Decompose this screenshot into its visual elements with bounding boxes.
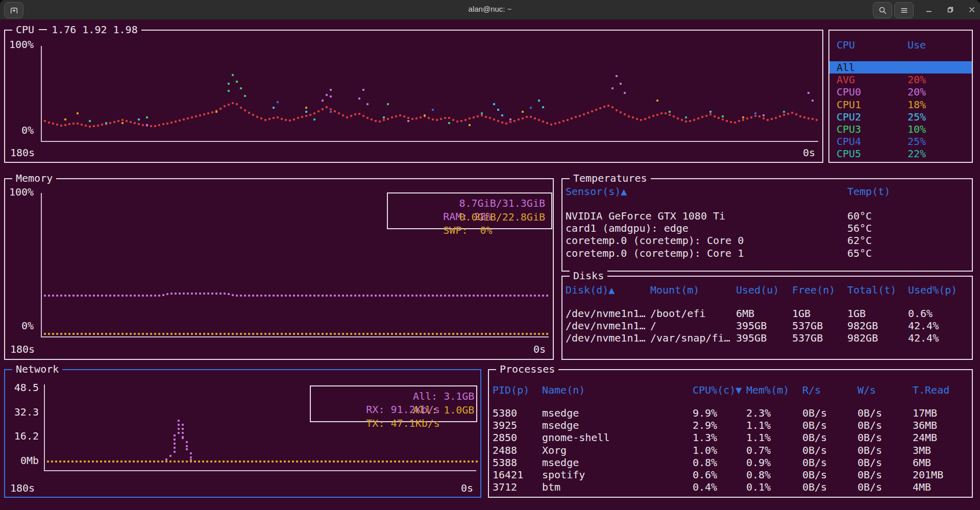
processes-panel: Processes PID(p) Name(n) CPU%(c)▼ Mem%(m…: [488, 369, 973, 498]
disk-mount: /boot/efi: [650, 307, 705, 320]
disks-col-usedpct[interactable]: Used%(p): [908, 284, 957, 296]
process-read-rate: 0B/s: [802, 469, 827, 481]
swap-usage-value: 0.0GiB/22.8GiB: [459, 210, 545, 224]
process-name: btm: [542, 481, 560, 493]
temps-col-sensor[interactable]: Sensor(s)▲: [566, 185, 627, 198]
cpu-panel-title-text: CPU: [16, 23, 34, 36]
process-name: spotify: [542, 469, 585, 481]
process-pid: 5380: [493, 407, 517, 419]
process-pid: 2488: [493, 444, 517, 456]
temps-col-temp[interactable]: Temp(t): [847, 185, 890, 198]
process-row[interactable]: 5380 msedge 9.9% 2.3% 0B/s 0B/s 17MB: [489, 407, 972, 419]
disks-col-mount[interactable]: Mount(m): [650, 284, 699, 296]
process-rows: 5380 msedge 9.9% 2.3% 0B/s 0B/s 17MB 392…: [489, 407, 972, 493]
disk-used-percent: 42.4%: [908, 332, 939, 344]
cpu-legend-col-cpu[interactable]: CPU: [837, 39, 855, 51]
proc-col-cpu[interactable]: CPU%(c)▼: [693, 384, 742, 396]
disks-col-disk[interactable]: Disk(d)▲: [566, 284, 615, 296]
search-icon: [878, 6, 887, 15]
process-pid: 2850: [493, 431, 517, 444]
disk-row[interactable]: /dev/nvme1n1… /boot/efi 6MB 1GB 1GB 0.6%: [562, 307, 972, 320]
network-x-right-label: 0s: [461, 482, 473, 494]
temperatures-panel: Temperatures Sensor(s)▲ Temp(t) NVIDIA G…: [561, 178, 973, 272]
ram-usage-value: 8.7GiB/31.3GiB: [459, 197, 545, 210]
restore-icon: [946, 6, 954, 14]
network-y-label-3: 48.5: [9, 382, 39, 393]
proc-col-pid[interactable]: PID(p): [493, 384, 529, 396]
cpu-legend-row[interactable]: All: [829, 61, 972, 74]
cpu-legend-row-label: AVG: [837, 74, 855, 86]
disks-col-used[interactable]: Used(u): [736, 284, 779, 296]
cpu-legend-row-value: 25%: [908, 135, 926, 148]
process-name: msedge: [542, 407, 579, 419]
disks-col-total[interactable]: Total(t): [847, 284, 896, 296]
process-write-rate: 0B/s: [857, 469, 882, 481]
process-total-read: 36MB: [913, 419, 937, 431]
process-row[interactable]: 2488 Xorg 1.0% 0.7% 0B/s 0B/s 3MB: [489, 444, 972, 456]
cpu-legend-panel: CPU Use All AVG 20% CPU0 20% CPU1 18% CP…: [828, 30, 973, 163]
minimize-button[interactable]: [921, 2, 937, 17]
process-read-rate: 0B/s: [802, 456, 827, 469]
cpu-panel-title: CPU1.76 1.92 1.98: [12, 23, 141, 36]
process-row[interactable]: 5388 msedge 0.8% 0.9% 0B/s 0B/s 6MB: [489, 456, 972, 469]
memory-x-axis: [41, 336, 549, 337]
disk-used: 395GB: [736, 320, 767, 332]
disk-mount: /var/snap/fi…: [650, 332, 730, 344]
cpu-legend-row[interactable]: CPU3 10%: [829, 123, 972, 135]
disk-rows: /dev/nvme1n1… /boot/efi 6MB 1GB 1GB 0.6%…: [562, 307, 972, 345]
sensor-name: coretemp.0 (coretemp): Core 0: [566, 234, 744, 247]
disk-device: /dev/nvme1n1…: [566, 320, 646, 332]
process-mem-percent: 0.1%: [746, 481, 771, 493]
process-row[interactable]: 2850 gnome-shell 1.3% 1.1% 0B/s 0B/s 24M…: [489, 431, 972, 444]
disk-used-percent: 42.4%: [908, 320, 939, 332]
process-pid: 5388: [493, 456, 517, 469]
disk-total: 1GB: [847, 307, 866, 320]
cpu-x-right-label: 0s: [803, 147, 815, 158]
temperature-row[interactable]: coretemp.0 (coretemp): Core 0 62°C: [562, 234, 972, 247]
process-row[interactable]: 16421 spotify 0.6% 0.8% 0B/s 0B/s 201MB: [489, 469, 972, 481]
process-pid: 3925: [493, 419, 517, 431]
menu-button[interactable]: [894, 2, 914, 18]
tx-total-label: All: 1.0GB: [413, 403, 474, 417]
cpu-legend-row[interactable]: CPU1 18%: [829, 99, 972, 111]
restore-button[interactable]: [943, 2, 958, 17]
cpu-legend-col-use[interactable]: Use: [908, 39, 926, 51]
proc-col-tread[interactable]: T.Read: [913, 384, 949, 396]
cpu-legend-row-value: 10%: [908, 123, 926, 135]
proc-col-writes[interactable]: W/s: [857, 384, 876, 396]
search-button[interactable]: [873, 2, 892, 18]
proc-col-name[interactable]: Name(n): [542, 384, 585, 396]
process-write-rate: 0B/s: [857, 481, 882, 493]
close-button[interactable]: [964, 2, 979, 17]
process-total-read: 17MB: [913, 407, 937, 419]
cpu-legend-row[interactable]: AVG 20%: [829, 74, 972, 86]
cpu-legend-row[interactable]: CPU5 22%: [829, 148, 972, 160]
temperature-row[interactable]: card1 (amdgpu): edge 56°C: [562, 222, 972, 234]
network-y-axis: [44, 384, 45, 471]
sensor-name: card1 (amdgpu): edge: [566, 222, 689, 234]
proc-col-reads[interactable]: R/s: [802, 384, 821, 396]
processes-panel-title: Processes: [496, 363, 558, 375]
process-row[interactable]: 3925 msedge 2.9% 1.1% 0B/s 0B/s 36MB: [489, 419, 972, 431]
proc-col-mem[interactable]: Mem%(m): [746, 384, 789, 396]
process-name: msedge: [542, 419, 579, 431]
terminal-window: alan@nuc: ~ CPU1.76 1: [0, 0, 980, 510]
network-panel-title: Network: [12, 363, 62, 375]
process-mem-percent: 1.1%: [746, 419, 771, 431]
cpu-legend-row[interactable]: CPU0 20%: [829, 86, 972, 98]
ram-legend-line: RAM: 28% 8.7GiB/31.3GiB: [394, 197, 545, 210]
cpu-legend-row[interactable]: CPU2 25%: [829, 111, 972, 123]
temperature-row[interactable]: coretemp.0 (coretemp): Core 1 65°C: [562, 247, 972, 259]
disks-col-free[interactable]: Free(n): [792, 284, 835, 296]
process-write-rate: 0B/s: [857, 419, 882, 431]
disk-row[interactable]: /dev/nvme1n1… / 395GB 537GB 982GB 42.4%: [562, 320, 972, 332]
process-row[interactable]: 3712 btm 0.4% 0.1% 0B/s 0B/s 4MB: [489, 481, 972, 493]
disk-row[interactable]: /dev/nvme1n1… /var/snap/fi… 395GB 537GB …: [562, 332, 972, 344]
process-read-rate: 0B/s: [802, 419, 827, 431]
sensor-temp: 56°C: [847, 222, 872, 234]
close-icon: [968, 6, 976, 14]
cpu-legend-row[interactable]: CPU4 25%: [829, 135, 972, 148]
temperature-row[interactable]: NVIDIA GeForce GTX 1080 Ti 60°C: [562, 210, 972, 222]
process-mem-percent: 1.1%: [746, 431, 771, 444]
cpu-y-min-label: 0%: [21, 125, 34, 136]
